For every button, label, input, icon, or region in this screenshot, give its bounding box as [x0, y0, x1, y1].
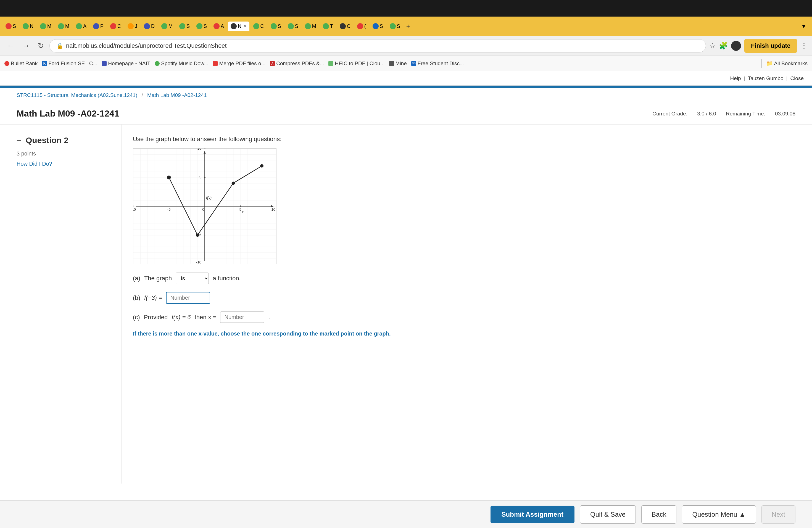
svg-text:10: 10 — [198, 149, 201, 150]
tab-p1[interactable]: P — [90, 21, 106, 31]
submit-assignment-button[interactable]: Submit Assignment — [491, 505, 575, 523]
browser-top-bar — [0, 0, 812, 17]
main-content: – Question 2 3 points How Did I Do? Use … — [0, 124, 812, 484]
part-a-label: (a) — [133, 275, 140, 282]
hint-text: If there is more than one x-value, choos… — [133, 331, 784, 337]
bookmark-heic-pdf[interactable]: HEIC to PDF | Clou... — [329, 60, 385, 67]
quit-save-button[interactable]: Quit & Save — [580, 505, 636, 524]
part-a-dropdown[interactable]: is is not — [176, 273, 209, 284]
bottom-bar: Submit Assignment Quit & Save Back Quest… — [0, 500, 812, 528]
svg-text:f(x): f(x) — [206, 196, 212, 200]
finish-update-button[interactable]: Finish update — [744, 39, 797, 53]
refresh-button[interactable]: ↻ — [35, 40, 46, 52]
svg-point-30 — [232, 182, 235, 185]
points-label: 3 points — [17, 150, 116, 157]
part-b-expression: f(−3) = — [144, 294, 162, 302]
svg-text:-5: -5 — [168, 207, 171, 211]
current-grade-label: Current Grade: — [652, 111, 687, 117]
tab-s6[interactable]: S — [370, 21, 386, 31]
back-nav-button[interactable]: ← — [4, 40, 17, 52]
graph-container: -10 -5 0 5 10 10 5 — [133, 148, 276, 264]
part-c-label: (c) — [133, 314, 140, 321]
tab-j1[interactable]: J — [125, 21, 140, 31]
svg-text:5: 5 — [199, 175, 201, 179]
question-label: – Question 2 — [17, 136, 116, 145]
more-options-icon[interactable]: ⋮ — [800, 41, 808, 50]
part-c-period: . — [268, 314, 270, 321]
tab-m1[interactable]: M — [37, 21, 54, 31]
tab-c3[interactable]: C — [337, 21, 353, 31]
help-bar: Help | Tauzen Gumbo | Close — [0, 71, 812, 86]
page-header: Math Lab M09 -A02-1241 Current Grade: 3.… — [0, 103, 812, 124]
breadcrumb: STRC1115 - Structural Mechanics (A02.Sun… — [0, 88, 812, 103]
forward-nav-button[interactable]: → — [20, 40, 32, 52]
page-accent-bar — [0, 86, 812, 88]
breadcrumb-lab-link[interactable]: Math Lab M09 -A02-1241 — [147, 92, 207, 98]
help-link[interactable]: Help — [730, 75, 741, 82]
tab-c1[interactable]: C — [107, 21, 124, 31]
tab-s7[interactable]: S — [387, 21, 403, 31]
bookmarks-right-section: 📁 All Bookmarks — [759, 59, 808, 68]
tab-active[interactable]: N × — [228, 21, 249, 31]
bookmark-spotify[interactable]: Spotify Music Dow... — [155, 60, 208, 67]
tab-a2[interactable]: A — [211, 21, 227, 31]
tab-add-button[interactable]: + — [404, 21, 412, 31]
bookmark-merge-pdf[interactable]: Merge PDF files o... — [213, 60, 265, 67]
breadcrumb-course-link[interactable]: STRC1115 - Structural Mechanics (A02.Sun… — [17, 92, 137, 98]
part-c-input[interactable] — [220, 311, 264, 323]
bookmark-student-disc[interactable]: SB Free Student Disc... — [411, 60, 464, 67]
sidebar: – Question 2 3 points How Did I Do? — [17, 124, 121, 484]
part-b-label: (b) — [133, 294, 140, 302]
svg-text:0: 0 — [202, 207, 204, 211]
bookmark-star-icon[interactable]: ☆ — [709, 41, 715, 50]
profile-icon[interactable] — [731, 41, 741, 51]
bookmark-ford-fusion[interactable]: K Ford Fusion SE | C... — [42, 60, 97, 67]
tab-d1[interactable]: D — [141, 21, 157, 31]
how-did-i-do-link[interactable]: How Did I Do? — [17, 161, 52, 167]
question-menu-button[interactable]: Question Menu ▲ — [682, 505, 756, 524]
tab-s4[interactable]: S — [268, 21, 284, 31]
page-meta: Current Grade: 3.0 / 6.0 Remaining Time:… — [644, 111, 795, 117]
tab-fire[interactable]: ( — [354, 21, 369, 31]
tab-s1[interactable]: S — [3, 21, 19, 31]
question-instruction: Use the graph below to answer the follow… — [133, 136, 784, 143]
address-bar[interactable]: 🔒 nait.mobius.cloud/modules/unproctored … — [49, 39, 706, 53]
bookmark-all[interactable]: 📁 All Bookmarks — [766, 60, 808, 67]
question-area: Use the graph below to answer the follow… — [121, 124, 795, 484]
svg-text:5: 5 — [240, 207, 242, 211]
part-c-row: (c) Provided f(x) = 6 then x = . — [133, 311, 784, 323]
back-button[interactable]: Back — [641, 505, 677, 524]
part-c-prefix: Provided — [144, 314, 168, 321]
bookmark-homepage-nait[interactable]: Homepage - NAIT — [102, 60, 150, 67]
tab-t1[interactable]: T — [320, 21, 336, 31]
svg-point-29 — [196, 234, 199, 237]
next-button[interactable]: Next — [762, 505, 795, 524]
part-c-middle: then x = — [195, 314, 217, 321]
remaining-time-value: 03:09:08 — [775, 111, 795, 117]
bookmark-bullet-rank[interactable]: Bullet Rank — [4, 60, 38, 67]
bookmark-compress-pdf[interactable]: A Compress PDFs &... — [270, 60, 324, 67]
part-b-input[interactable] — [166, 292, 210, 304]
user-link[interactable]: Tauzen Gumbo — [748, 75, 784, 82]
svg-text:10: 10 — [272, 207, 275, 211]
bookmarks-bar: Bullet Rank K Ford Fusion SE | C... Home… — [0, 56, 812, 71]
browser-nav-bar: ← → ↻ 🔒 nait.mobius.cloud/modules/unproc… — [0, 36, 812, 56]
tab-s2[interactable]: S — [176, 21, 192, 31]
bookmark-mine[interactable]: Mine — [389, 60, 407, 67]
tab-c2[interactable]: C — [250, 21, 267, 31]
part-b-row: (b) f(−3) = — [133, 292, 784, 304]
part-c-expression: f(x) = 6 — [172, 314, 191, 321]
tab-s5[interactable]: S — [285, 21, 301, 31]
tab-m3[interactable]: M — [159, 21, 175, 31]
tab-n1[interactable]: N — [20, 21, 36, 31]
tab-a1[interactable]: A — [73, 21, 89, 31]
lock-icon: 🔒 — [56, 43, 63, 49]
tab-m4[interactable]: M — [302, 21, 319, 31]
tab-s3[interactable]: S — [193, 21, 209, 31]
extension-icon[interactable]: 🧩 — [719, 41, 728, 50]
svg-point-28 — [168, 176, 171, 179]
tab-dropdown-button[interactable]: ▼ — [798, 21, 809, 31]
close-link[interactable]: Close — [790, 75, 804, 82]
tab-m2[interactable]: M — [55, 21, 72, 31]
svg-text:-10: -10 — [196, 260, 201, 264]
